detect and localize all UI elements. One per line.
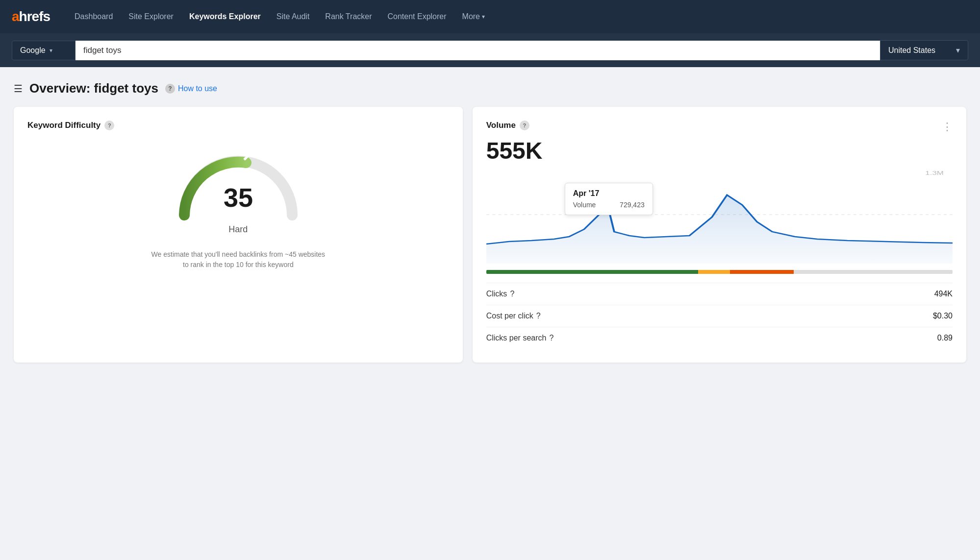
nav-item-site-explorer[interactable]: Site Explorer	[122, 8, 180, 25]
overview-header: ☰ Overview: fidget toys ? How to use	[14, 81, 966, 96]
kd-title-label: Keyword Difficulty	[27, 121, 101, 130]
search-input[interactable]	[75, 41, 880, 60]
volume-value: 555K	[486, 137, 953, 164]
cpc-label: Cost per click ?	[486, 312, 541, 320]
clicks-value: 494K	[934, 290, 953, 298]
kd-description: We estimate that you'll need backlinks f…	[27, 249, 449, 270]
metric-row-clicks: Clicks ? 494K	[486, 283, 953, 305]
sidebar-toggle-icon[interactable]: ☰	[14, 83, 23, 95]
nav-item-content-explorer[interactable]: Content Explorer	[381, 8, 453, 25]
color-bar-yellow	[698, 270, 730, 274]
kd-card: Keyword Difficulty ?	[14, 107, 463, 363]
svg-text:1.3M: 1.3M	[925, 170, 944, 176]
kd-help-icon[interactable]: ?	[104, 121, 114, 130]
cpc-help-icon[interactable]: ?	[536, 312, 541, 320]
search-input-wrap	[75, 41, 880, 60]
volume-header: Volume ? ⋮	[486, 121, 953, 134]
volume-card: Volume ? ⋮ 555K 1.3M	[473, 107, 966, 363]
volume-chart-wrap: 1.3M	[486, 168, 953, 266]
nav-links: Dashboard Site Explorer Keywords Explore…	[68, 8, 968, 25]
gauge-wrap: 35 Hard	[27, 134, 449, 240]
clicks-label: Clicks ?	[486, 290, 515, 298]
metric-row-cpc: Cost per click ? $0.30	[486, 305, 953, 327]
tooltip-date: Apr '17	[573, 189, 645, 198]
volume-title-label: Volume	[486, 121, 516, 130]
overview-title: Overview: fidget toys	[29, 81, 158, 96]
cps-value: 0.89	[937, 334, 953, 342]
volume-chart: 1.3M	[486, 168, 953, 266]
nav-item-dashboard[interactable]: Dashboard	[68, 8, 120, 25]
nav-item-keywords-explorer[interactable]: Keywords Explorer	[182, 8, 268, 25]
volume-help-icon[interactable]: ?	[520, 121, 529, 130]
gauge-chart: 35	[170, 144, 307, 222]
kd-score-label: Hard	[228, 224, 248, 235]
chart-tooltip: Apr '17 Volume 729,423	[565, 183, 653, 215]
tooltip-row: Volume 729,423	[573, 201, 645, 209]
volume-card-title: Volume ?	[486, 121, 529, 130]
cps-help-icon[interactable]: ?	[549, 334, 553, 342]
search-bar: Google ▾ United States ▾	[0, 33, 980, 67]
color-bar-green	[486, 270, 698, 274]
cpc-value: $0.30	[933, 312, 953, 320]
nav-more-dropdown[interactable]: More ▾	[455, 8, 492, 25]
tooltip-value: 729,423	[620, 201, 645, 209]
color-bar-gray	[794, 270, 953, 274]
how-to-use-question-icon: ?	[165, 84, 175, 94]
volume-options-icon[interactable]: ⋮	[942, 121, 953, 133]
svg-text:35: 35	[224, 183, 253, 212]
country-arrow-icon: ▾	[956, 46, 960, 55]
cards-row: Keyword Difficulty ?	[14, 107, 966, 363]
clicks-color-bar	[486, 270, 953, 274]
navigation: ahrefs Dashboard Site Explorer Keywords …	[0, 0, 980, 33]
kd-card-title: Keyword Difficulty ?	[27, 121, 449, 130]
nav-item-site-audit[interactable]: Site Audit	[270, 8, 317, 25]
search-engine-arrow-icon: ▾	[50, 47, 52, 54]
search-engine-dropdown[interactable]: Google ▾	[12, 41, 75, 60]
nav-more-arrow-icon: ▾	[482, 13, 485, 20]
metric-row-cps: Clicks per search ? 0.89	[486, 327, 953, 349]
how-to-use-label: How to use	[178, 84, 217, 93]
tooltip-label: Volume	[573, 201, 596, 209]
color-bar-orange	[730, 270, 794, 274]
country-dropdown[interactable]: United States ▾	[880, 40, 968, 60]
nav-item-rank-tracker[interactable]: Rank Tracker	[318, 8, 378, 25]
how-to-use-button[interactable]: ? How to use	[165, 84, 217, 94]
nav-more-label: More	[462, 12, 480, 21]
search-engine-label: Google	[20, 46, 46, 55]
country-label: United States	[888, 46, 935, 55]
logo[interactable]: ahrefs	[12, 9, 50, 24]
page-content: ☰ Overview: fidget toys ? How to use Key…	[0, 67, 980, 376]
clicks-help-icon[interactable]: ?	[510, 290, 514, 298]
cps-label: Clicks per search ?	[486, 334, 554, 342]
